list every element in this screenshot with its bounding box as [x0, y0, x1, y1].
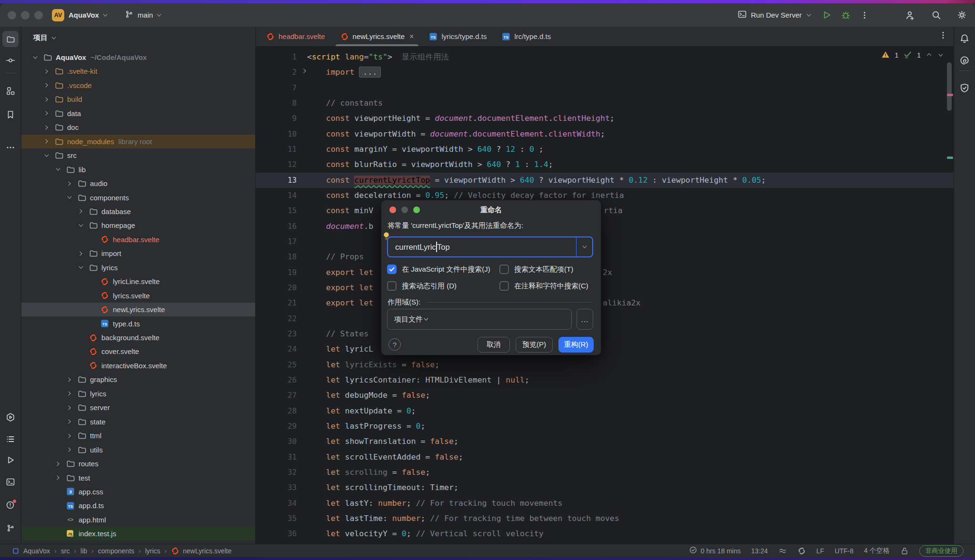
chevron-right-icon[interactable]	[43, 96, 50, 103]
waves-icon[interactable]	[778, 547, 787, 555]
tree-item-app.html[interactable]: <>app.html	[21, 513, 255, 527]
tree-item-newLyrics.svelte[interactable]: newLyrics.svelte	[21, 303, 255, 316]
chevron-right-icon[interactable]	[66, 418, 73, 425]
tab-newLyrics.svelte[interactable]: newLyrics.svelte×	[333, 27, 422, 46]
line-number[interactable]: 16	[256, 219, 297, 234]
code-line-35[interactable]: 35 let lastTime: number; // For tracking…	[256, 511, 954, 526]
code-line-24[interactable]: 24 let lyricL	[256, 342, 954, 357]
tree-item-test[interactable]: test	[21, 471, 255, 485]
ai-assistant-icon[interactable]	[956, 52, 973, 69]
chevron-right-icon[interactable]	[78, 250, 84, 257]
tab-headbar.svelte[interactable]: headbar.svelte	[259, 27, 333, 46]
checkbox-unchecked-icon[interactable]	[499, 265, 509, 274]
line-number[interactable]: 11	[256, 142, 297, 157]
scope-select[interactable]: 项目文件	[387, 309, 572, 330]
cancel-button[interactable]: 取消	[478, 337, 510, 353]
tree-item-doc[interactable]: doc	[21, 120, 255, 134]
tree-item-index.test.js[interactable]: JSindex.test.js	[21, 527, 255, 540]
line-number[interactable]: 28	[256, 403, 297, 419]
chevron-right-icon[interactable]	[43, 110, 50, 117]
tree-item-.svelte-kit[interactable]: .svelte-kit	[21, 64, 255, 78]
chevron-right-icon[interactable]	[55, 461, 61, 467]
line-number[interactable]: 22	[256, 311, 297, 326]
tree-item-app.css[interactable]: 3app.css	[21, 485, 255, 499]
tree-item-lyrics[interactable]: lyrics	[21, 261, 255, 275]
line-number[interactable]: 21	[256, 295, 297, 311]
time-tracker[interactable]: 0 hrs 18 mins	[689, 546, 741, 556]
tree-item-app.d.ts[interactable]: TSapp.d.ts	[21, 499, 255, 512]
chevron-down-icon[interactable]	[66, 194, 73, 201]
chevron-right-icon[interactable]	[78, 208, 84, 215]
chevron-right-icon[interactable]	[66, 432, 73, 439]
line-number[interactable]: 7	[256, 80, 297, 96]
code-line-14[interactable]: 14 const deceleration = 0.95; // Velocit…	[256, 188, 954, 203]
run-button[interactable]	[819, 8, 834, 23]
terminal-icon[interactable]	[2, 474, 19, 490]
code-line-32[interactable]: 32 let scrolling = false;	[256, 465, 954, 480]
code-line-21[interactable]: 21 export letalikia2x	[256, 295, 954, 311]
chevron-right-icon[interactable]	[43, 68, 50, 75]
settings-button[interactable]	[954, 8, 969, 23]
debug-button[interactable]	[838, 8, 853, 23]
minimize-window-button[interactable]	[21, 11, 30, 20]
code-line-9[interactable]: 9 const viewportHeight = document.docume…	[256, 111, 954, 126]
tree-item-components[interactable]: components	[21, 191, 255, 205]
search-everywhere-button[interactable]	[928, 8, 944, 23]
window-controls[interactable]	[8, 11, 43, 20]
breadcrumb-item-AquaVox[interactable]: AquaVox	[23, 547, 50, 555]
line-number[interactable]: 18	[256, 249, 297, 265]
line-number[interactable]: 12	[256, 157, 297, 172]
line-number[interactable]: 15	[256, 203, 297, 218]
checkbox-在注释和字符中搜索(C)[interactable]: 在注释和字符中搜索(C)	[499, 281, 588, 291]
svelte-status-icon[interactable]	[797, 547, 806, 555]
code-line-36[interactable]: 36 let velocityY = 0; // Vertical scroll…	[256, 526, 954, 541]
code-editor[interactable]: 1 1 1<script lang="ts"> 显示组件用法2 import .…	[256, 46, 954, 544]
code-line-10[interactable]: 10 const viewportWidth = document.docume…	[256, 127, 954, 142]
chevron-down-icon[interactable]	[43, 152, 50, 159]
tree-item-interactiveBox.svelte[interactable]: interactiveBox.svelte	[21, 359, 255, 373]
code-line-19[interactable]: 19 export let2x	[256, 265, 954, 280]
shield-check-icon[interactable]	[956, 80, 973, 96]
chevron-right-icon[interactable]	[55, 474, 61, 481]
tree-item-background.svelte[interactable]: background.svelte	[21, 331, 255, 344]
code-line-7[interactable]: 7	[256, 80, 954, 96]
code-line-11[interactable]: 11 const marginY = viewportWidth > 640 ?…	[256, 142, 954, 157]
more-actions-button[interactable]	[857, 8, 872, 23]
input-history-dropdown[interactable]	[576, 237, 592, 256]
line-number[interactable]: 1	[256, 49, 297, 65]
chevron-down-icon[interactable]	[32, 54, 39, 61]
code-line-30[interactable]: 30 let showTranslation = false;	[256, 434, 954, 449]
tree-item-build[interactable]: build	[21, 92, 255, 106]
line-number[interactable]: 29	[256, 419, 297, 434]
tab-options-button[interactable]	[938, 30, 948, 42]
line-number[interactable]: 19	[256, 265, 297, 280]
code-line-13[interactable]: 13 const currentLyrictTop = viewportWidt…	[256, 173, 954, 188]
preview-button[interactable]: 预览(P)	[516, 337, 553, 353]
breadcrumb-item-newLyrics.svelte[interactable]: newLyrics.svelte	[171, 547, 231, 555]
tree-item-lyrics.svelte[interactable]: lyrics.svelte	[21, 289, 255, 303]
chevron-down-icon[interactable]	[55, 166, 61, 173]
line-number[interactable]: 33	[256, 480, 297, 495]
tree-item-lyricLine.svelte[interactable]: lyricLine.svelte	[21, 275, 255, 288]
code-line-34[interactable]: 34 let lastY: number; // For tracking to…	[256, 496, 954, 511]
tree-item-AquaVox[interactable]: AquaVox~/Code/AquaVox	[21, 50, 255, 64]
bookmarks-icon[interactable]	[2, 107, 19, 123]
code-line-8[interactable]: 8 // constants	[256, 96, 954, 111]
code-line-26[interactable]: 26 let lyricsContainer: HTMLDivElement |…	[256, 373, 954, 388]
project-folder-icon[interactable]	[2, 31, 19, 47]
tree-item-data[interactable]: data	[21, 107, 255, 120]
code-line-12[interactable]: 12 const blurRatio = viewportWidth > 640…	[256, 157, 954, 172]
line-number[interactable]: 30	[256, 434, 297, 449]
commit-icon[interactable]	[2, 52, 19, 69]
tree-item-lyrics[interactable]: lyrics	[21, 387, 255, 401]
line-number[interactable]: 35	[256, 511, 297, 526]
chevron-right-icon[interactable]	[66, 446, 73, 453]
refactor-button[interactable]: 重构(R)	[558, 337, 594, 353]
tree-item-ttml[interactable]: ttml	[21, 429, 255, 442]
problems-icon[interactable]	[2, 497, 19, 513]
git-icon[interactable]	[2, 520, 19, 536]
line-number[interactable]: 13	[256, 173, 297, 188]
more-icon[interactable]	[2, 139, 19, 156]
encoding-widget[interactable]: UTF-8	[835, 547, 854, 555]
code-line-22[interactable]: 22	[256, 311, 954, 326]
